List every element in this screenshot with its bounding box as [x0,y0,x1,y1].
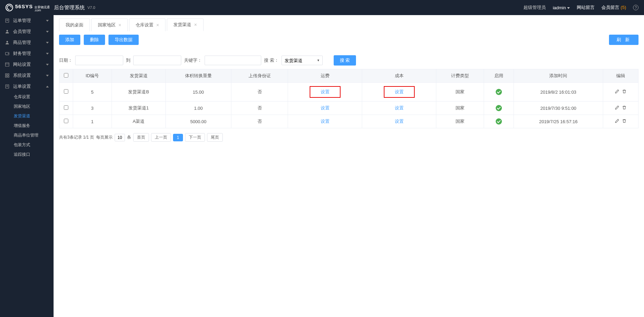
page-number-button[interactable]: 1 [173,134,183,141]
system-title: 后台管理系统 [54,4,85,11]
chevron-down-icon [46,75,49,77]
tab-1[interactable]: 国家地区× [91,19,128,31]
page-size-input[interactable] [115,134,125,141]
cell-channel: 发货渠道B [112,83,165,102]
chevron-down-icon [46,53,49,55]
logo: 56SYS 全景物流通 .com [5,3,50,12]
per-page-unit: 条 [127,134,131,140]
svg-point-6 [8,53,8,54]
cell-billing: 国家 [436,83,484,102]
site-message-link[interactable]: 网站留言 [577,4,595,11]
cell-cost: 设置 [362,102,436,115]
check-icon [496,105,502,111]
table-header-6: 成本 [362,69,436,83]
sidebar-item-1[interactable]: 会员管理 [0,26,54,37]
chevron-down-icon [46,42,49,44]
export-button[interactable]: 导出数据 [108,35,139,45]
tab-2[interactable]: 仓库设置× [129,19,165,31]
tab-3[interactable]: 发货渠道× [167,19,203,31]
table-header-0 [59,69,73,83]
logo-sub2: .com [34,9,50,12]
last-page-button[interactable]: 尾页 [207,133,223,142]
first-page-button[interactable]: 首页 [133,133,149,142]
freight-setting-link[interactable]: 设置 [321,119,330,124]
delete-icon[interactable] [622,105,626,111]
row-checkbox[interactable] [64,105,68,110]
data-table: ID编号发货渠道体积转换重量上传身份证运费成本计费类型启用添加时间编辑 5 发货… [59,69,639,128]
table-header-10: 编辑 [603,69,639,83]
sidebar-item-3[interactable]: 财务管理 [0,48,54,59]
sidebar-item-label: 商品管理 [13,39,46,46]
cell-freight: 设置 [288,83,362,102]
freight-setting-link[interactable]: 设置 [310,86,341,98]
edit-icon[interactable] [615,105,619,111]
user-dropdown[interactable]: iadmin [553,5,570,10]
user-icon [5,29,10,34]
cell-time: 2019/7/25 16:57:16 [514,115,603,128]
sidebar-item-label: 会员管理 [13,28,46,35]
table-header-8: 启用 [484,69,514,83]
date-from-input[interactable] [75,56,123,65]
delete-icon[interactable] [622,89,626,95]
cost-setting-link[interactable]: 设置 [395,119,404,124]
table-header-3: 体积转换重量 [165,69,231,83]
cell-id: 1 [73,115,112,128]
prev-page-button[interactable]: 上一页 [151,133,171,142]
delete-icon[interactable] [622,119,626,124]
cell-actions [603,83,639,102]
cell-freight: 设置 [288,102,362,115]
per-page-label: 每页展示 [96,134,113,140]
close-icon[interactable]: × [194,22,197,27]
edit-icon[interactable] [615,89,619,95]
submenu-item-5[interactable]: 包装方式 [0,140,54,150]
tab-0[interactable]: 我的桌面 [59,19,90,31]
message-count-badge: (5) [621,5,626,10]
next-page-button[interactable]: 下一页 [185,133,205,142]
search-by-label: 搜 索： [264,57,279,63]
chevron-down-icon [46,20,49,22]
sidebar-item-6[interactable]: 运单设置 [0,81,54,92]
sidebar-item-2[interactable]: 商品管理 [0,37,54,48]
keyword-input[interactable] [205,56,261,65]
layout-icon [5,62,10,67]
submenu-item-0[interactable]: 仓库设置 [0,92,54,102]
close-icon[interactable]: × [156,23,159,27]
submenu-item-2[interactable]: 发货渠道 [0,111,54,121]
table-header-2: 发货渠道 [112,69,165,83]
member-message-link[interactable]: 会员留言 (5) [601,4,626,11]
cost-setting-link[interactable]: 设置 [384,86,415,98]
search-button[interactable]: 搜 索 [334,55,356,66]
search-by-select[interactable]: 发货渠道 [281,56,323,65]
cell-enabled [484,83,514,102]
row-checkbox[interactable] [64,119,68,123]
svg-rect-9 [5,74,7,75]
cell-billing: 国家 [436,102,484,115]
add-button[interactable]: 添加 [59,35,80,45]
cell-enabled [484,115,514,128]
header: 56SYS 全景物流通 .com 后台管理系统 V7.0 超级管理员 iadmi… [0,0,644,15]
select-all-checkbox[interactable] [64,73,68,78]
cell-cost: 设置 [362,115,436,128]
submenu-item-3[interactable]: 增值服务 [0,121,54,130]
sidebar-item-4[interactable]: 网站设置 [0,59,54,70]
row-checkbox[interactable] [64,89,68,94]
refresh-button[interactable]: 刷 新 [609,35,639,45]
tab-label: 发货渠道 [173,22,191,28]
submenu-item-6[interactable]: 追踪接口 [0,150,54,159]
edit-icon[interactable] [615,119,619,124]
submenu-item-1[interactable]: 国家地区 [0,102,54,111]
freight-setting-link[interactable]: 设置 [321,105,330,110]
cost-setting-link[interactable]: 设置 [395,105,404,110]
submenu-item-4[interactable]: 商品单位管理 [0,130,54,140]
help-icon[interactable]: ? [633,5,639,10]
sidebar-item-5[interactable]: 系统设置 [0,70,54,81]
grid-icon [5,73,10,78]
date-to-input[interactable] [133,56,181,65]
sidebar-item-0[interactable]: 运单管理 [0,15,54,26]
table-row: 5 发货渠道B 15.00 否 设置 设置 国家 2019/8/2 16:01:… [59,83,639,102]
cell-idcard: 否 [231,83,288,102]
pagination-summary: 共有3条记录 1/1 页 [59,134,94,140]
close-icon[interactable]: × [118,23,121,27]
delete-button[interactable]: 删除 [84,35,105,45]
sidebar-item-label: 运单设置 [13,83,46,90]
